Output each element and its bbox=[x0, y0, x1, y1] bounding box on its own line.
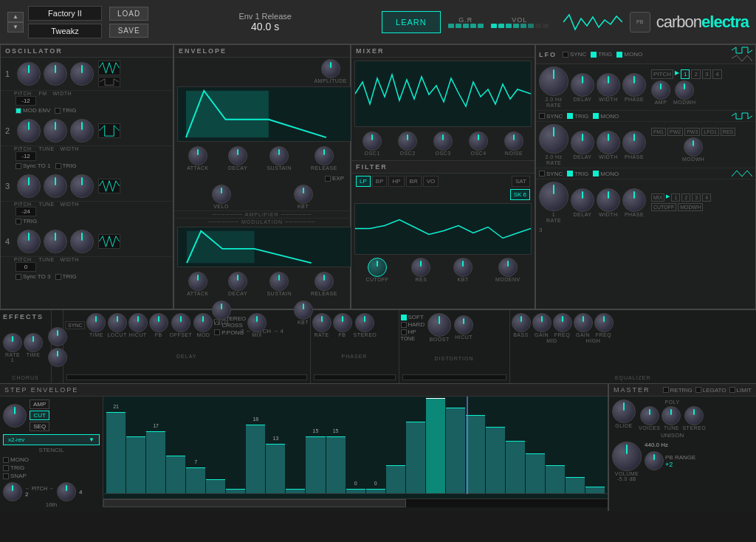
delay-sync-btn[interactable]: SYNC bbox=[65, 321, 85, 329]
mod-release-knob[interactable] bbox=[315, 272, 334, 291]
lfo1-dest-4[interactable]: 4 bbox=[712, 69, 721, 79]
osc2-pitch-knob[interactable] bbox=[17, 119, 41, 143]
step-env-seq-btn[interactable]: SEQ bbox=[30, 422, 49, 431]
osc1-fm-knob[interactable] bbox=[44, 62, 67, 86]
step-bar-1[interactable] bbox=[126, 436, 145, 494]
filter-hp-btn[interactable]: HP bbox=[388, 176, 404, 187]
env-kbt-knob[interactable] bbox=[294, 185, 313, 204]
lfo-sync-1-box[interactable] bbox=[563, 52, 568, 58]
filter-sat-btn[interactable]: SAT bbox=[512, 176, 530, 187]
mod-attack-knob[interactable] bbox=[188, 272, 207, 291]
step-bar-18[interactable] bbox=[466, 415, 485, 494]
env-exp-checkbox[interactable] bbox=[325, 176, 331, 182]
lfo1-dest-1[interactable]: 1 bbox=[681, 69, 690, 79]
lfo2-pw3[interactable]: PW3 bbox=[684, 128, 700, 136]
chorus-rate2-knob[interactable] bbox=[48, 327, 67, 346]
lfo1-pitch-btn[interactable]: PITCH bbox=[651, 69, 673, 79]
lfo1-amp-knob[interactable] bbox=[651, 80, 670, 100]
step-rate-knob[interactable] bbox=[57, 482, 76, 501]
stencil-dropdown[interactable]: x2-rev ▼ bbox=[3, 434, 100, 445]
osc3-tune-knob[interactable] bbox=[44, 174, 67, 198]
lfo2-width-knob[interactable] bbox=[597, 131, 620, 154]
save-button[interactable]: SAVE bbox=[109, 24, 148, 38]
step-mono-box[interactable] bbox=[3, 457, 9, 463]
eq-bass-knob[interactable] bbox=[512, 313, 531, 332]
step-bar-23[interactable] bbox=[566, 477, 585, 494]
lfo3-sync-box[interactable] bbox=[539, 171, 545, 176]
delay-offset-knob[interactable] bbox=[171, 313, 190, 332]
glide-knob[interactable] bbox=[612, 399, 636, 423]
step-bar-3[interactable] bbox=[166, 456, 185, 494]
step-bar-2[interactable]: 17 bbox=[146, 431, 165, 494]
filter-vo-btn[interactable]: VO bbox=[423, 176, 439, 187]
step-bar-21[interactable] bbox=[526, 453, 545, 494]
learn-button[interactable]: LEARN bbox=[382, 11, 441, 33]
step-bar-10[interactable]: 15 bbox=[306, 436, 325, 494]
delay-time-knob[interactable] bbox=[86, 313, 106, 332]
distortion-boost-knob[interactable] bbox=[427, 313, 451, 337]
delay-locut-knob[interactable] bbox=[108, 313, 127, 332]
osc1-modenv-checkbox[interactable] bbox=[16, 108, 21, 114]
phaser-rate-knob[interactable] bbox=[312, 313, 331, 332]
lfo3-mono-box[interactable] bbox=[593, 171, 599, 176]
lfo2-res[interactable]: RES bbox=[721, 128, 735, 136]
step-env-amp-knob[interactable] bbox=[3, 404, 27, 428]
step-bar-15[interactable] bbox=[406, 422, 425, 494]
step-snap-box[interactable] bbox=[3, 473, 9, 479]
preset-name[interactable]: Tweakz bbox=[28, 24, 102, 38]
filter-bp-btn[interactable]: BP bbox=[372, 176, 388, 187]
master-limit-box[interactable] bbox=[729, 387, 735, 393]
preset-down-arrow[interactable]: ▼ bbox=[7, 22, 24, 32]
amplitude-knob[interactable] bbox=[321, 59, 340, 78]
eq-freq-mid-knob[interactable] bbox=[553, 313, 572, 332]
distortion-hicut-knob[interactable] bbox=[454, 315, 473, 335]
lfo2-mono-box[interactable] bbox=[593, 113, 599, 119]
chorus-time2-knob[interactable] bbox=[48, 348, 67, 367]
step-trig-box[interactable] bbox=[3, 465, 9, 471]
step-bar-4[interactable]: 7 bbox=[186, 467, 205, 494]
lfo3-dest-2[interactable]: 2 bbox=[681, 193, 690, 202]
lfo2-rate-knob[interactable] bbox=[539, 124, 568, 154]
step-bar-11[interactable]: 15 bbox=[326, 436, 346, 494]
lfo1-dest-2[interactable]: 2 bbox=[691, 69, 700, 79]
env-attack-knob[interactable] bbox=[188, 146, 207, 165]
filter-modenv-knob[interactable] bbox=[498, 258, 518, 277]
voices-knob[interactable] bbox=[640, 406, 659, 425]
volume-knob[interactable] bbox=[612, 442, 642, 471]
phaser-stereo-knob[interactable] bbox=[355, 313, 374, 332]
osc3-waveform[interactable] bbox=[98, 179, 120, 193]
lfo3-dest-3[interactable]: 3 bbox=[692, 193, 701, 202]
step-bar-16[interactable]: 25 bbox=[426, 398, 445, 494]
osc4-width-knob[interactable] bbox=[70, 230, 94, 253]
eq-gain-high-knob[interactable] bbox=[574, 313, 593, 332]
dist-soft-box[interactable] bbox=[401, 315, 407, 320]
osc1-width-knob[interactable] bbox=[70, 62, 94, 86]
osc1-mix-knob[interactable] bbox=[362, 131, 382, 151]
noise-mix-knob[interactable] bbox=[504, 131, 523, 151]
step-env-amp-btn[interactable]: AMP bbox=[30, 399, 49, 409]
osc2-trig-checkbox[interactable] bbox=[55, 163, 61, 169]
osc2-width-knob[interactable] bbox=[70, 119, 94, 143]
mod-sustain-knob[interactable] bbox=[269, 272, 289, 291]
step-scrollbar[interactable] bbox=[103, 498, 608, 507]
osc4-pitch-knob[interactable] bbox=[17, 230, 41, 253]
osc4-trig-checkbox[interactable] bbox=[55, 274, 61, 280]
lfo1-rate-knob[interactable] bbox=[539, 66, 568, 96]
env-velo-knob[interactable] bbox=[212, 185, 231, 204]
delay-fb-knob[interactable] bbox=[149, 313, 168, 332]
master-retrig-box[interactable] bbox=[663, 387, 669, 393]
lfo1-phase-knob[interactable] bbox=[622, 73, 646, 97]
osc4-mix-knob[interactable] bbox=[469, 131, 488, 151]
master-legato-box[interactable] bbox=[695, 387, 701, 393]
lfo2-pw2[interactable]: PW2 bbox=[667, 128, 683, 136]
dist-hp-box[interactable] bbox=[401, 329, 407, 335]
preset-bank[interactable]: Factory II bbox=[28, 6, 102, 21]
env-decay-knob[interactable] bbox=[228, 146, 247, 165]
lfo3-dest-1[interactable]: 1 bbox=[671, 193, 680, 202]
res-knob[interactable] bbox=[411, 258, 430, 277]
osc4-tune-knob[interactable] bbox=[44, 230, 67, 253]
osc2-mix-knob[interactable] bbox=[398, 131, 417, 151]
lfo3-trig-box[interactable] bbox=[567, 171, 573, 176]
step-bar-5[interactable] bbox=[206, 479, 225, 494]
phaser-fb-knob[interactable] bbox=[333, 313, 352, 332]
